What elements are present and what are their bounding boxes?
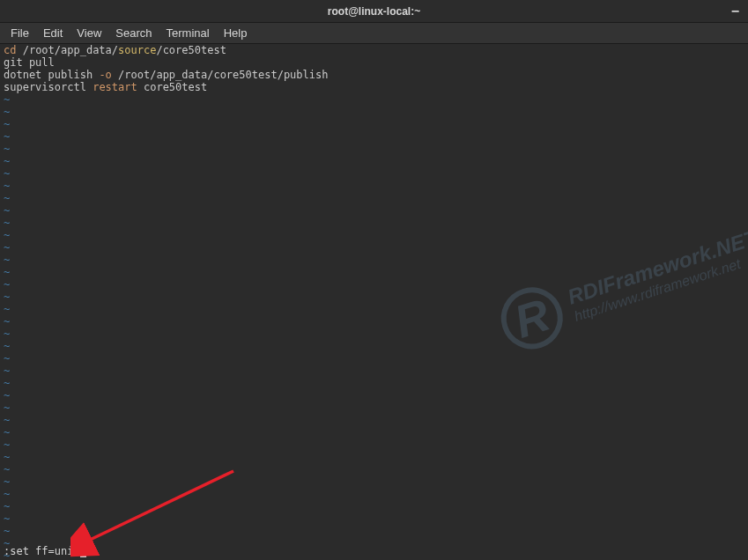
menu-edit[interactable]: Edit	[36, 25, 70, 41]
vim-empty-line: ~	[4, 217, 744, 229]
vim-empty-line: ~	[4, 438, 744, 451]
menu-search[interactable]: Search	[108, 25, 159, 41]
vim-command-line[interactable]: :set ff=unix	[4, 545, 86, 557]
vim-empty-line: ~	[4, 402, 744, 414]
vim-empty-line: ~	[4, 525, 744, 537]
menu-view[interactable]: View	[70, 25, 108, 41]
vim-empty-line: ~	[4, 93, 744, 106]
vim-empty-line: ~	[4, 328, 744, 340]
vim-empty-line: ~	[4, 303, 744, 315]
vim-empty-line: ~	[4, 500, 744, 512]
menubar: File Edit View Search Terminal Help	[0, 23, 748, 44]
vim-empty-line: ~	[4, 180, 744, 192]
vim-empty-line: ~	[4, 488, 744, 500]
file-line-4: supervisorctl restart core50test	[4, 81, 744, 93]
vim-empty-line: ~	[4, 549, 744, 560]
menu-help[interactable]: Help	[217, 25, 255, 41]
vim-empty-line: ~	[4, 291, 744, 303]
menu-file[interactable]: File	[4, 25, 36, 41]
file-line-3: dotnet publish -o /root/app_data/core50t…	[4, 69, 744, 81]
vim-empty-line: ~	[4, 451, 744, 463]
vim-empty-line: ~	[4, 389, 744, 402]
vim-empty-line: ~	[4, 118, 744, 130]
menu-terminal[interactable]: Terminal	[159, 25, 217, 41]
vim-empty-line: ~	[4, 463, 744, 475]
titlebar: root@linux-local:~ −	[0, 0, 748, 23]
vim-empty-line: ~	[4, 426, 744, 438]
file-line-2: git pull	[4, 56, 744, 69]
window-title: root@linux-local:~	[328, 5, 420, 18]
vim-empty-line: ~	[4, 204, 744, 217]
vim-empty-line: ~	[4, 155, 744, 167]
vim-empty-line: ~	[4, 537, 744, 549]
vim-empty-line: ~	[4, 229, 744, 241]
vim-empty-line: ~	[4, 352, 744, 365]
vim-empty-line: ~	[4, 266, 744, 278]
vim-empty-line: ~	[4, 254, 744, 266]
vim-empty-line: ~	[4, 143, 744, 155]
vim-empty-line: ~	[4, 241, 744, 254]
vim-empty-line: ~	[4, 512, 744, 525]
vim-empty-line: ~	[4, 377, 744, 389]
terminal-area[interactable]: cd /root/app_data/source/core50test git …	[0, 44, 748, 560]
minimize-button[interactable]: −	[731, 7, 739, 16]
vim-empty-line: ~	[4, 278, 744, 291]
vim-empty-line: ~	[4, 315, 744, 328]
vim-empty-line: ~	[4, 167, 744, 180]
vim-command-text: :set ff=unix	[4, 545, 80, 557]
vim-empty-line: ~	[4, 365, 744, 377]
vim-empty-line: ~	[4, 130, 744, 143]
cursor	[80, 546, 86, 557]
vim-empty-line: ~	[4, 475, 744, 488]
vim-empty-line: ~	[4, 106, 744, 118]
vim-empty-line: ~	[4, 414, 744, 426]
vim-empty-line: ~	[4, 192, 744, 204]
vim-empty-line: ~	[4, 340, 744, 352]
file-line-1: cd /root/app_data/source/core50test	[4, 44, 744, 56]
